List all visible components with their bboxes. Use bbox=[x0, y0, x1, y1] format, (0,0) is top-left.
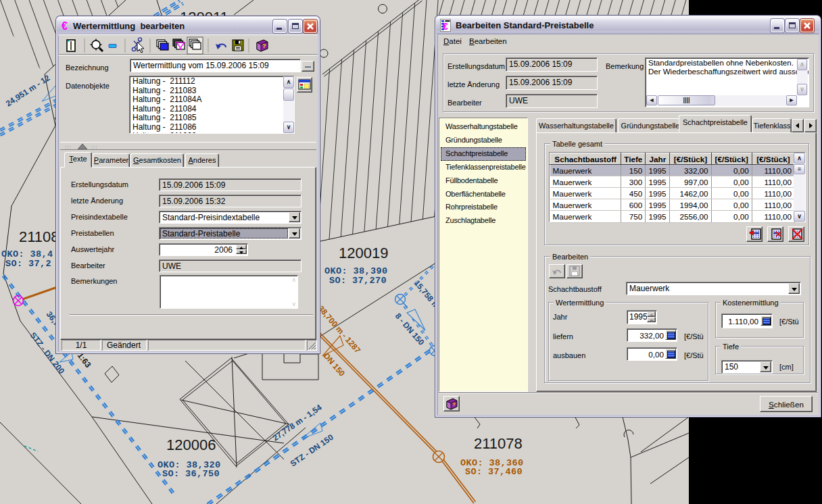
svg-text:€: € bbox=[443, 21, 448, 32]
svg-text:SO: 37,2: SO: 37,2 bbox=[5, 259, 51, 269]
svg-text:OKO: 38,4: OKO: 38,4 bbox=[1, 249, 53, 259]
svg-text:120006: 120006 bbox=[166, 436, 216, 453]
svg-text:211078: 211078 bbox=[474, 435, 523, 452]
svg-text:?: ? bbox=[262, 43, 266, 49]
svg-text:€: € bbox=[62, 20, 68, 32]
svg-text:SO: 37,270: SO: 37,270 bbox=[329, 276, 387, 286]
svg-text:SO: 37,460: SO: 37,460 bbox=[465, 467, 523, 477]
svg-text:120019: 120019 bbox=[339, 245, 388, 261]
svg-text:?: ? bbox=[452, 401, 456, 407]
svg-text:SO: 36,750: SO: 36,750 bbox=[162, 469, 220, 479]
svg-text:OKO: 38,390: OKO: 38,390 bbox=[324, 266, 388, 276]
